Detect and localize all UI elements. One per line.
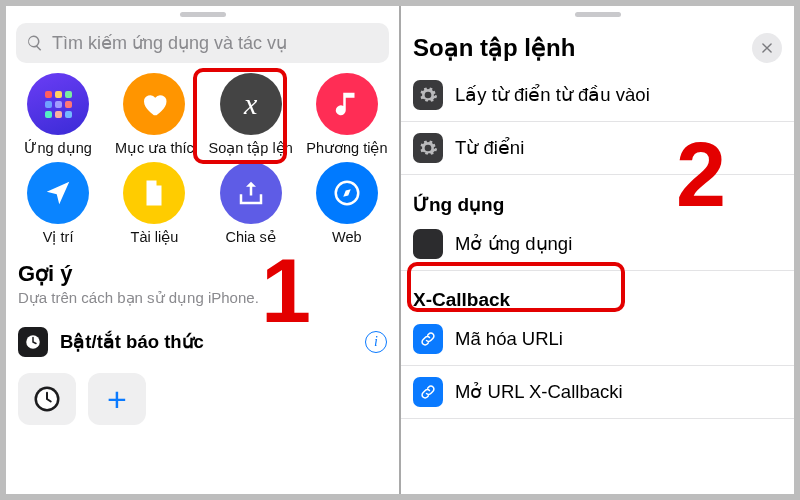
sheet-title: Soạn tập lệnh (413, 34, 575, 62)
action-row-open-xcallback[interactable]: Mở URL X-Callback i (401, 366, 794, 419)
apps-icon (27, 73, 89, 135)
compass-icon (316, 162, 378, 224)
action-row-get-dictionary[interactable]: Lấy từ điển từ đầu vào i (401, 69, 794, 122)
category-sharing[interactable]: Chia sẻ (203, 162, 299, 245)
close-button[interactable] (752, 33, 782, 63)
action-row-dictionary[interactable]: Từ điển i (401, 122, 794, 175)
search-icon (26, 34, 44, 52)
add-suggestion-button[interactable]: + (88, 373, 146, 425)
annotation-highlight-1 (193, 68, 287, 164)
action-row-url-encode[interactable]: Mã hóa URL i (401, 313, 794, 366)
category-apps[interactable]: Ứng dụng (10, 73, 106, 156)
suggestions-header: Gợi ý (18, 261, 387, 287)
apps-grid-icon (413, 229, 443, 259)
location-icon (27, 162, 89, 224)
info-icon[interactable]: i (520, 137, 524, 159)
sheet-header: Soạn tập lệnh (401, 23, 794, 69)
document-icon (123, 162, 185, 224)
sheet-grabber[interactable] (180, 12, 226, 17)
category-favorites[interactable]: Mục ưa thíc (106, 73, 202, 156)
suggestion-label: Bật/tắt báo thức (60, 331, 204, 353)
annotation-highlight-2 (407, 262, 625, 312)
category-documents[interactable]: Tài liệu (106, 162, 202, 245)
thumbnail-clock[interactable] (18, 373, 76, 425)
info-icon[interactable]: i (618, 381, 622, 403)
gear-icon (413, 133, 443, 163)
search-input[interactable]: Tìm kiếm ứng dụng và tác vụ (16, 23, 389, 63)
clock-icon (18, 327, 48, 357)
search-placeholder: Tìm kiếm ứng dụng và tác vụ (52, 32, 287, 54)
suggestion-thumbnails: + (18, 373, 387, 425)
category-web[interactable]: Web (299, 162, 395, 245)
right-pane: Soạn tập lệnh Lấy từ điển từ đầu vào i T… (401, 6, 794, 494)
link-icon (413, 377, 443, 407)
annotation-step-2: 2 (676, 130, 726, 220)
info-icon[interactable]: i (365, 331, 387, 353)
close-icon (760, 41, 774, 55)
info-icon[interactable]: i (646, 84, 650, 106)
heart-icon (123, 73, 185, 135)
info-icon[interactable]: i (559, 328, 563, 350)
category-media[interactable]: Phương tiện (299, 73, 395, 156)
sheet-grabber[interactable] (575, 12, 621, 17)
annotation-step-1: 1 (261, 246, 311, 336)
gear-icon (413, 80, 443, 110)
left-pane: Tìm kiếm ứng dụng và tác vụ Ứng dụng Mục… (6, 6, 399, 494)
suggestion-row-alarm[interactable]: Bật/tắt báo thức i (6, 317, 399, 367)
link-icon (413, 324, 443, 354)
music-icon (316, 73, 378, 135)
category-location[interactable]: Vị trí (10, 162, 106, 245)
share-icon (220, 162, 282, 224)
suggestions-subtitle: Dựa trên cách bạn sử dụng iPhone. (18, 289, 387, 307)
section-apps-header: Ứng dụng (413, 193, 782, 216)
info-icon[interactable]: i (568, 233, 572, 255)
